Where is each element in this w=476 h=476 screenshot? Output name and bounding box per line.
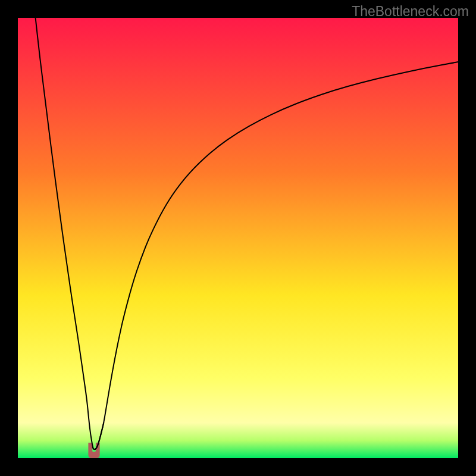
chart-svg xyxy=(18,18,458,458)
chart-frame: TheBottleneck.com xyxy=(0,0,476,476)
plot-area xyxy=(18,18,458,458)
gradient-background xyxy=(18,18,458,458)
watermark-text: TheBottleneck.com xyxy=(352,4,469,20)
